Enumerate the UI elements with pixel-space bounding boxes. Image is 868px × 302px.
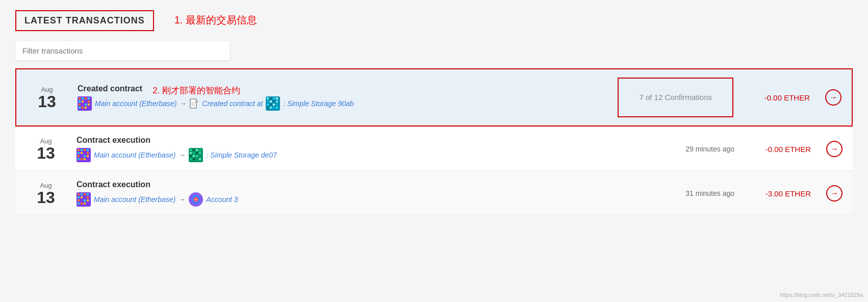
svg-rect-77 (87, 193, 89, 195)
from-account-link-3[interactable]: Main account (Etherbase) (94, 195, 175, 204)
to-account-link-2[interactable]: : Simple Storage de07 (206, 151, 277, 159)
svg-rect-35 (267, 107, 269, 109)
from-account-link-2[interactable]: Main account (Etherbase) (94, 151, 175, 159)
svg-rect-40 (78, 149, 80, 151)
svg-rect-70 (193, 158, 195, 160)
from-account-link[interactable]: Main account (Etherbase) (95, 99, 176, 108)
svg-rect-24 (270, 97, 272, 99)
confirmations-text: 7 of 12 Confirmations (639, 93, 712, 102)
confirmations-box: 7 of 12 Confirmations (618, 78, 733, 117)
svg-rect-52 (78, 158, 80, 160)
svg-marker-18 (196, 99, 198, 102)
right-col-2: 29 minutes ago -0.00 ETHER → (663, 141, 843, 157)
tx-accounts: Main account (Etherbase) → (76, 148, 663, 162)
table-row: Aug 13 Contract execution (15, 128, 853, 171)
svg-rect-82 (78, 199, 80, 202)
filter-input[interactable] (15, 41, 229, 60)
right-col-3: 31 minutes ago -3.00 ETHER → (663, 185, 843, 202)
svg-rect-37 (273, 107, 275, 109)
avatar-to-2 (189, 148, 203, 162)
date-day: 13 (38, 92, 56, 111)
svg-rect-32 (270, 104, 272, 106)
annotation-2: 2. 刚才部署的智能合约 (152, 85, 240, 96)
svg-rect-64 (199, 152, 201, 154)
svg-rect-33 (273, 104, 275, 106)
svg-rect-54 (84, 158, 86, 160)
svg-rect-71 (196, 158, 198, 160)
svg-rect-42 (84, 149, 86, 151)
svg-rect-68 (199, 155, 201, 157)
svg-rect-41 (81, 149, 83, 151)
avatar-from-2 (76, 148, 91, 162)
svg-rect-76 (84, 193, 86, 195)
amount-1: -0.00 ETHER (749, 93, 810, 102)
svg-rect-25 (273, 97, 275, 99)
time-text-2: 29 minutes ago (663, 145, 734, 153)
svg-rect-66 (193, 155, 195, 157)
to-account-link-3[interactable]: Account 3 (206, 195, 238, 204)
page-title-box: LATEST TRANSACTIONS (15, 10, 154, 31)
main-col: Contract execution (66, 180, 663, 207)
avatar-from (78, 96, 92, 111)
url-watermark: https://blog.csdn.net/u_3421029a (780, 292, 863, 298)
svg-rect-38 (276, 107, 278, 109)
svg-rect-72 (199, 158, 201, 160)
svg-rect-45 (81, 152, 83, 154)
tx-type: Contract execution (76, 180, 150, 189)
avatar-to-1 (266, 96, 280, 111)
svg-rect-67 (196, 155, 198, 157)
time-text-3: 31 minutes ago (663, 189, 734, 197)
detail-button-2[interactable]: → (826, 141, 843, 157)
detail-button-3[interactable]: → (826, 185, 843, 202)
arrow-2: → (178, 151, 186, 159)
svg-rect-27 (267, 100, 269, 103)
svg-rect-15 (85, 107, 87, 109)
svg-rect-84 (84, 199, 86, 202)
tx-type: Created contract (78, 84, 142, 93)
svg-rect-8 (88, 100, 90, 103)
svg-rect-55 (87, 158, 89, 160)
svg-rect-1 (79, 97, 81, 99)
svg-rect-53 (81, 158, 83, 160)
main-col: Contract execution (66, 136, 663, 162)
svg-rect-17 (190, 99, 196, 108)
svg-rect-78 (78, 196, 80, 198)
svg-rect-3 (85, 97, 87, 99)
svg-rect-26 (276, 97, 278, 99)
filter-section (15, 41, 853, 60)
svg-rect-31 (267, 104, 269, 106)
tx-accounts: Main account (Etherbase) → Account 3 (76, 192, 663, 207)
svg-rect-81 (87, 196, 89, 198)
svg-rect-7 (85, 100, 87, 103)
svg-rect-62 (193, 152, 195, 154)
svg-rect-28 (270, 100, 272, 103)
svg-rect-87 (81, 203, 83, 205)
svg-rect-57 (190, 149, 192, 151)
arrow-3: → (178, 195, 186, 204)
svg-rect-43 (87, 149, 89, 151)
avatar-to-3 (189, 192, 203, 207)
svg-rect-5 (79, 100, 81, 103)
transactions-list: Aug 13 Created contract 2. 刚才部署的智能合约 (15, 68, 853, 215)
contract-prefix: Created contract at (202, 99, 263, 108)
svg-rect-65 (190, 155, 192, 157)
table-row: Aug 13 Contract execution (15, 172, 853, 215)
svg-rect-23 (267, 97, 269, 99)
svg-rect-80 (84, 196, 86, 198)
svg-rect-49 (81, 155, 83, 157)
tx-accounts: Main account (Etherbase) → Created contr… (78, 96, 618, 111)
to-account-link-1[interactable]: : Simple Storage 90ab (283, 99, 354, 108)
detail-button-1[interactable]: → (825, 89, 841, 106)
svg-rect-4 (88, 97, 90, 99)
annotation-1: 1. 最新的交易信息 (174, 13, 257, 27)
right-col-1: 7 of 12 Confirmations -0.00 ETHER → (618, 78, 841, 117)
svg-rect-48 (78, 155, 80, 157)
svg-rect-44 (78, 152, 80, 154)
svg-rect-50 (84, 155, 86, 157)
svg-rect-10 (82, 104, 84, 106)
svg-rect-16 (88, 107, 90, 109)
svg-rect-13 (79, 107, 81, 109)
svg-rect-46 (84, 152, 86, 154)
svg-rect-9 (79, 104, 81, 106)
svg-rect-6 (82, 100, 84, 103)
